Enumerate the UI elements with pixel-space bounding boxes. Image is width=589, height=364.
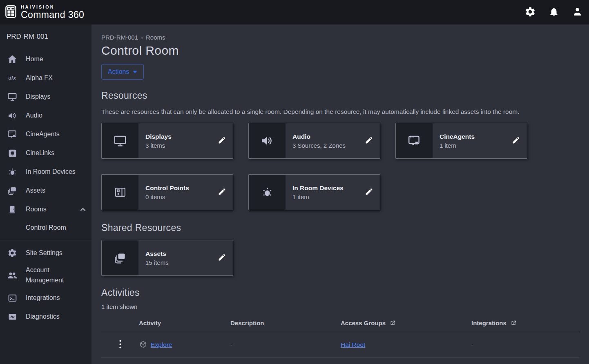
sidebar-item-home[interactable]: Home xyxy=(0,50,91,69)
gear-icon xyxy=(524,6,536,19)
chevron-down-icon xyxy=(133,71,137,73)
column-header-activity: Activity xyxy=(139,315,230,332)
sidebar-item-integrations[interactable]: Integrations xyxy=(0,289,91,307)
haivision-logo-icon xyxy=(5,5,16,20)
cineagents-icon xyxy=(7,129,18,140)
chevron-up-icon xyxy=(80,208,86,211)
sidebar-item-displays[interactable]: Displays xyxy=(0,87,91,106)
pencil-icon xyxy=(218,187,226,197)
activities-heading: Activities xyxy=(101,287,579,298)
table-header-row: Activity Description Access Groups Integ… xyxy=(101,315,579,332)
sidebar-item-cineagents[interactable]: CineAgents xyxy=(0,125,91,144)
user-icon xyxy=(572,6,583,18)
breadcrumb-room-id[interactable]: PRD-RM-001 xyxy=(101,34,138,41)
sidebar-item-assets[interactable]: Assets xyxy=(0,181,91,200)
column-header-integrations: Integrations xyxy=(471,315,579,332)
main-content: PRD-RM-001 › Rooms Control Room Actions … xyxy=(91,24,589,364)
cineagents-icon xyxy=(396,123,433,158)
resource-card-in-room-devices[interactable]: In Room Devices 1 item xyxy=(248,174,380,210)
activities-table: Activity Description Access Groups Integ… xyxy=(101,315,579,357)
assets-icon xyxy=(7,185,18,196)
pencil-icon xyxy=(218,253,226,263)
activities-count: 1 item shown xyxy=(101,303,579,310)
pulse-icon xyxy=(7,312,18,322)
access-group-link[interactable]: Hai Root xyxy=(341,341,365,348)
description-cell: - xyxy=(230,332,341,357)
card-subtitle: 3 Sources, 2 Zones xyxy=(292,142,358,149)
resources-card-grid: Displays 3 items Audio 3 Sources, 2 Zone… xyxy=(101,123,579,210)
card-subtitle: 1 item xyxy=(440,142,505,149)
card-title: CineAgents xyxy=(440,133,505,140)
control-points-icon xyxy=(102,175,138,210)
actions-button[interactable]: Actions xyxy=(101,64,144,80)
external-link-icon[interactable] xyxy=(510,320,517,326)
breadcrumb-separator: › xyxy=(141,34,143,41)
resource-card-cineagents[interactable]: CineAgents 1 item xyxy=(395,123,527,159)
shared-card-assets[interactable]: Assets 15 items xyxy=(101,240,233,276)
column-header-menu xyxy=(101,315,139,332)
table-row: Explore - Hai Root - xyxy=(101,332,579,357)
integrations-cell: - xyxy=(471,332,579,357)
sidebar-divider xyxy=(0,240,91,240)
external-link-icon[interactable] xyxy=(389,320,396,326)
topbar-actions xyxy=(524,6,583,19)
sidebar-item-audio[interactable]: Audio xyxy=(0,106,91,125)
resource-card-displays[interactable]: Displays 3 items xyxy=(101,123,233,159)
edit-assets-button[interactable] xyxy=(211,240,233,275)
speaker-icon xyxy=(7,111,18,121)
row-menu-button[interactable] xyxy=(116,338,125,351)
edit-in-room-devices-button[interactable] xyxy=(358,175,380,210)
account-button[interactable] xyxy=(572,6,583,18)
column-header-access-groups: Access Groups xyxy=(341,315,471,332)
app-logo[interactable]: HAIVISION Command 360 xyxy=(5,5,84,20)
card-title: In Room Devices xyxy=(292,184,358,192)
card-title: Audio xyxy=(292,133,358,140)
assets-icon xyxy=(102,240,138,275)
in-room-devices-icon xyxy=(249,175,286,210)
sidebar-item-cinelinks[interactable]: CineLinks xyxy=(0,144,91,162)
pencil-icon xyxy=(218,136,226,146)
in-room-devices-icon xyxy=(7,167,18,177)
sidebar-item-account-management[interactable]: Account Management xyxy=(0,262,91,289)
sidebar-room-id: PRD-RM-001 xyxy=(0,24,91,50)
door-icon xyxy=(7,204,18,214)
resource-card-audio[interactable]: Audio 3 Sources, 2 Zones xyxy=(248,123,380,159)
card-subtitle: 1 item xyxy=(292,193,358,200)
settings-button[interactable] xyxy=(524,6,536,19)
sidebar-item-control-room[interactable]: Control Room xyxy=(0,219,91,237)
shared-resources-card-grid: Assets 15 items xyxy=(101,240,579,276)
sidebar-item-rooms[interactable]: Rooms xyxy=(0,200,91,219)
sidebar-item-site-settings[interactable]: Site Settings xyxy=(0,244,91,262)
sidebar-item-in-room-devices[interactable]: In Room Devices xyxy=(0,162,91,181)
card-subtitle: 0 items xyxy=(145,193,211,200)
sidebar: PRD-RM-001 Home αfx Alpha FX Displays Au… xyxy=(0,24,91,364)
display-icon xyxy=(102,123,138,158)
explore-cube-icon xyxy=(139,340,147,349)
explore-link[interactable]: Explore xyxy=(151,341,172,348)
resources-heading: Resources xyxy=(101,90,579,101)
edit-control-points-button[interactable] xyxy=(211,175,233,210)
actions-button-label: Actions xyxy=(108,68,129,75)
notifications-button[interactable] xyxy=(549,7,559,18)
pencil-icon xyxy=(365,187,373,197)
speaker-icon xyxy=(249,123,286,158)
alpha-fx-icon: αfx xyxy=(7,75,18,81)
edit-cineagents-button[interactable] xyxy=(505,123,527,158)
resource-card-control-points[interactable]: Control Points 0 items xyxy=(101,174,233,210)
terminal-icon xyxy=(7,293,18,303)
brand-command360: Command 360 xyxy=(21,10,84,20)
edit-displays-button[interactable] xyxy=(211,123,233,158)
card-title: Control Points xyxy=(145,184,211,192)
shared-resources-heading: Shared Resources xyxy=(101,222,579,233)
brand-haivision: HAIVISION xyxy=(21,5,84,9)
sidebar-item-diagnostics[interactable]: Diagnostics xyxy=(0,307,91,326)
users-icon xyxy=(7,270,18,281)
pencil-icon xyxy=(512,136,520,146)
topbar: HAIVISION Command 360 xyxy=(0,0,589,24)
page-title: Control Room xyxy=(101,44,579,58)
card-title: Assets xyxy=(145,250,211,257)
card-title: Displays xyxy=(145,133,211,140)
breadcrumb-rooms[interactable]: Rooms xyxy=(146,34,165,41)
sidebar-item-alpha-fx[interactable]: αfx Alpha FX xyxy=(0,69,91,87)
edit-audio-button[interactable] xyxy=(358,123,380,158)
